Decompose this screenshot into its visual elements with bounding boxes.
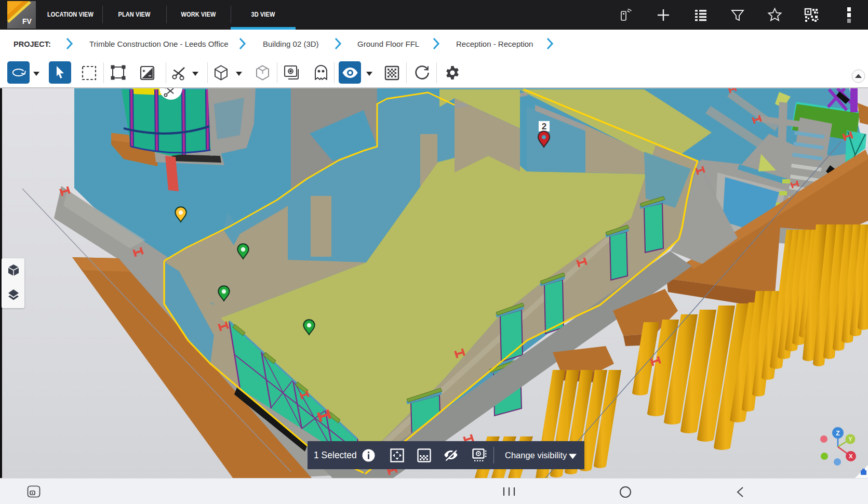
svg-text:2: 2 (542, 122, 546, 131)
svg-text:Y: Y (848, 436, 852, 442)
svg-text:Z: Z (836, 430, 839, 437)
svg-text:FV: FV (22, 17, 32, 25)
svg-text:X: X (849, 453, 853, 459)
